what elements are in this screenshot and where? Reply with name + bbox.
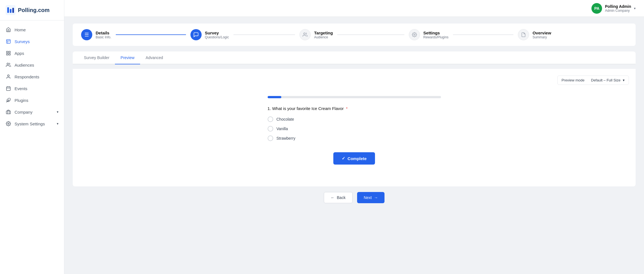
step-overview-icon xyxy=(518,29,529,40)
step-line-1 xyxy=(116,34,186,35)
step-overview-title: Overview xyxy=(532,31,551,35)
next-button-label: Next xyxy=(364,195,372,200)
preview-mode-label: Preview mode xyxy=(562,78,584,82)
topbar: PA Polling Admin Admin Company ▾ xyxy=(64,0,644,17)
complete-button[interactable]: ✓ Complete xyxy=(333,152,375,165)
step-settings-icon xyxy=(409,29,420,40)
step-survey-labels: Survey Questions/Logic xyxy=(205,31,229,39)
audiences-icon xyxy=(6,62,11,68)
logo: Polling.com xyxy=(0,0,64,20)
radio-vanilla[interactable] xyxy=(268,126,273,132)
user-name-block: Polling Admin Admin Company xyxy=(605,4,631,13)
option-strawberry[interactable]: Strawberry xyxy=(268,135,441,141)
step-survey: Survey Questions/Logic xyxy=(190,29,300,40)
sidebar-item-events[interactable]: Events xyxy=(0,83,64,94)
tab-survey-builder[interactable]: Survey Builder xyxy=(78,51,115,64)
user-chevron-icon: ▾ xyxy=(634,6,636,10)
preview-mode-value: Default – Full Size xyxy=(591,78,621,82)
progress-bar xyxy=(268,96,441,98)
sidebar-label-plugins: Plugins xyxy=(15,98,28,103)
sidebar-item-plugins[interactable]: Plugins xyxy=(0,94,64,106)
step-details: ☰ Details Basic Info. xyxy=(81,29,190,40)
step-targeting: Targeting Audience xyxy=(299,29,409,40)
step-targeting-subtitle: Audience xyxy=(314,35,333,39)
company-icon xyxy=(6,109,11,115)
step-line-3 xyxy=(337,34,404,35)
question-number: 1. xyxy=(268,106,271,111)
sidebar-item-system-settings[interactable]: System Settings ▾ xyxy=(0,118,64,130)
sidebar-label-events: Events xyxy=(15,86,27,91)
step-line-4 xyxy=(453,34,514,35)
question-required-marker: * xyxy=(346,106,348,111)
tab-preview[interactable]: Preview xyxy=(115,51,140,64)
step-details-subtitle: Basic Info. xyxy=(96,35,111,39)
surveys-icon xyxy=(6,39,11,44)
svg-point-12 xyxy=(8,75,9,76)
svg-rect-2 xyxy=(10,9,11,13)
back-button-label: Back xyxy=(337,195,346,200)
preview-mode-dropdown[interactable]: Preview mode Default – Full Size ▾ xyxy=(557,76,629,85)
option-label-chocolate: Chocolate xyxy=(277,117,294,121)
option-chocolate[interactable]: Chocolate xyxy=(268,116,441,122)
sidebar-label-audiences: Audiences xyxy=(15,63,34,67)
svg-point-11 xyxy=(7,63,9,65)
radio-chocolate[interactable] xyxy=(268,116,273,122)
brand-name: Polling.com xyxy=(18,7,49,13)
complete-button-label: Complete xyxy=(348,156,367,161)
back-button[interactable]: ← Back xyxy=(324,192,353,203)
option-vanilla[interactable]: Vanilla xyxy=(268,126,441,132)
events-icon xyxy=(6,86,11,91)
question-label: 1. What is your favorite Ice Cream Flavo… xyxy=(268,106,441,111)
step-settings-indicator: Settings Rewards/Plugins xyxy=(409,29,449,40)
sidebar-item-company[interactable]: Company ▾ xyxy=(0,106,64,118)
svg-rect-7 xyxy=(6,51,8,53)
tab-advanced[interactable]: Advanced xyxy=(140,51,169,64)
step-details-icon: ☰ xyxy=(81,29,92,40)
step-survey-icon xyxy=(190,29,202,40)
complete-checkmark-icon: ✓ xyxy=(342,156,345,161)
sidebar-item-home[interactable]: Home xyxy=(0,24,64,36)
step-survey-subtitle: Questions/Logic xyxy=(205,35,229,39)
option-label-vanilla: Vanilla xyxy=(277,127,288,131)
step-overview: Overview Summary xyxy=(518,29,627,40)
bottom-navigation: ← Back Next → xyxy=(73,186,636,206)
options-list: Chocolate Vanilla Strawberry xyxy=(268,116,441,141)
step-details-title: Details xyxy=(96,31,111,35)
next-button[interactable]: Next → xyxy=(357,192,385,203)
svg-rect-10 xyxy=(9,54,10,55)
sidebar-nav: Home Surveys Apps Audiences xyxy=(0,20,64,274)
svg-rect-4 xyxy=(6,39,10,43)
sidebar-label-surveys: Surveys xyxy=(15,39,30,44)
sidebar-item-audiences[interactable]: Audiences xyxy=(0,59,64,71)
sidebar-item-respondents[interactable]: Respondents xyxy=(0,71,64,83)
respondents-icon xyxy=(6,74,11,79)
user-menu[interactable]: PA Polling Admin Admin Company ▾ xyxy=(591,3,636,14)
step-targeting-title: Targeting xyxy=(314,31,333,35)
sidebar-item-apps[interactable]: Apps xyxy=(0,47,64,59)
svg-point-22 xyxy=(414,34,415,36)
progress-bar-fill xyxy=(268,96,282,98)
radio-strawberry[interactable] xyxy=(268,135,273,141)
svg-rect-3 xyxy=(12,8,14,13)
question-text: What is your favorite Ice Cream Flavor xyxy=(272,106,344,111)
sidebar-label-home: Home xyxy=(15,27,26,32)
svg-point-21 xyxy=(304,33,305,34)
system-settings-icon xyxy=(6,121,11,127)
step-targeting-labels: Targeting Audience xyxy=(314,31,333,39)
svg-rect-9 xyxy=(6,54,8,55)
sidebar: Polling.com Home Surveys Apps xyxy=(0,0,64,274)
svg-rect-8 xyxy=(9,51,10,53)
sidebar-label-apps: Apps xyxy=(15,51,24,56)
step-overview-subtitle: Summary xyxy=(532,35,551,39)
sidebar-item-surveys[interactable]: Surveys xyxy=(0,36,64,47)
step-settings-title: Settings xyxy=(423,31,449,35)
preview-mode-chevron-icon: ▾ xyxy=(623,78,625,82)
option-label-strawberry: Strawberry xyxy=(277,136,296,140)
step-survey-title: Survey xyxy=(205,31,229,35)
step-targeting-indicator: Targeting Audience xyxy=(299,29,333,40)
svg-point-20 xyxy=(8,123,9,125)
logo-icon xyxy=(6,5,16,15)
sidebar-label-respondents: Respondents xyxy=(15,74,39,79)
back-arrow-icon: ← xyxy=(331,195,335,200)
step-settings-labels: Settings Rewards/Plugins xyxy=(423,31,449,39)
